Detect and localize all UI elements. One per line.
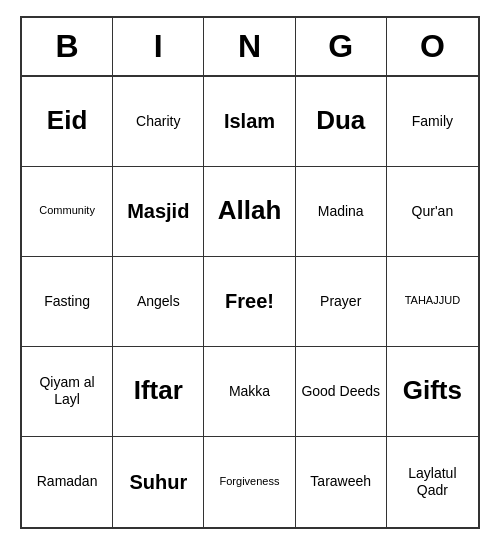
cell-text: Forgiveness	[220, 475, 280, 488]
header-letter: I	[113, 18, 204, 75]
bingo-card: BINGO EidCharityIslamDuaFamilyCommunityM…	[20, 16, 480, 529]
bingo-cell: Qur'an	[387, 167, 478, 257]
cell-text: Qur'an	[412, 203, 454, 220]
bingo-cell: Community	[22, 167, 113, 257]
cell-text: Prayer	[320, 293, 361, 310]
bingo-cell: Free!	[204, 257, 295, 347]
bingo-cell: Qiyam al Layl	[22, 347, 113, 437]
cell-text: Laylatul Qadr	[391, 465, 474, 499]
bingo-cell: Allah	[204, 167, 295, 257]
cell-text: Charity	[136, 113, 180, 130]
bingo-cell: Madina	[296, 167, 387, 257]
bingo-cell: Makka	[204, 347, 295, 437]
cell-text: Qiyam al Layl	[26, 374, 108, 408]
bingo-cell: Islam	[204, 77, 295, 167]
cell-text: Ramadan	[37, 473, 98, 490]
bingo-header: BINGO	[22, 18, 478, 77]
bingo-cell: Laylatul Qadr	[387, 437, 478, 527]
bingo-cell: Angels	[113, 257, 204, 347]
cell-text: Community	[39, 204, 95, 217]
cell-text: Suhur	[129, 470, 187, 494]
bingo-cell: Eid	[22, 77, 113, 167]
bingo-grid: EidCharityIslamDuaFamilyCommunityMasjidA…	[22, 77, 478, 527]
bingo-cell: TAHAJJUD	[387, 257, 478, 347]
header-letter: O	[387, 18, 478, 75]
cell-text: Masjid	[127, 199, 189, 223]
bingo-cell: Charity	[113, 77, 204, 167]
cell-text: Gifts	[403, 375, 462, 406]
cell-text: Iftar	[134, 375, 183, 406]
cell-text: Makka	[229, 383, 270, 400]
header-letter: N	[204, 18, 295, 75]
cell-text: Madina	[318, 203, 364, 220]
cell-text: TAHAJJUD	[405, 294, 460, 307]
header-letter: B	[22, 18, 113, 75]
cell-text: Islam	[224, 109, 275, 133]
cell-text: Good Deeds	[301, 383, 380, 400]
header-letter: G	[296, 18, 387, 75]
bingo-cell: Fasting	[22, 257, 113, 347]
cell-text: Allah	[218, 195, 282, 226]
bingo-cell: Suhur	[113, 437, 204, 527]
bingo-cell: Iftar	[113, 347, 204, 437]
bingo-cell: Ramadan	[22, 437, 113, 527]
bingo-cell: Family	[387, 77, 478, 167]
bingo-cell: Prayer	[296, 257, 387, 347]
cell-text: Angels	[137, 293, 180, 310]
bingo-cell: Dua	[296, 77, 387, 167]
bingo-cell: Taraweeh	[296, 437, 387, 527]
bingo-cell: Gifts	[387, 347, 478, 437]
cell-text: Free!	[225, 289, 274, 313]
bingo-cell: Masjid	[113, 167, 204, 257]
cell-text: Taraweeh	[310, 473, 371, 490]
cell-text: Dua	[316, 105, 365, 136]
cell-text: Eid	[47, 105, 87, 136]
cell-text: Fasting	[44, 293, 90, 310]
bingo-cell: Good Deeds	[296, 347, 387, 437]
bingo-cell: Forgiveness	[204, 437, 295, 527]
cell-text: Family	[412, 113, 453, 130]
